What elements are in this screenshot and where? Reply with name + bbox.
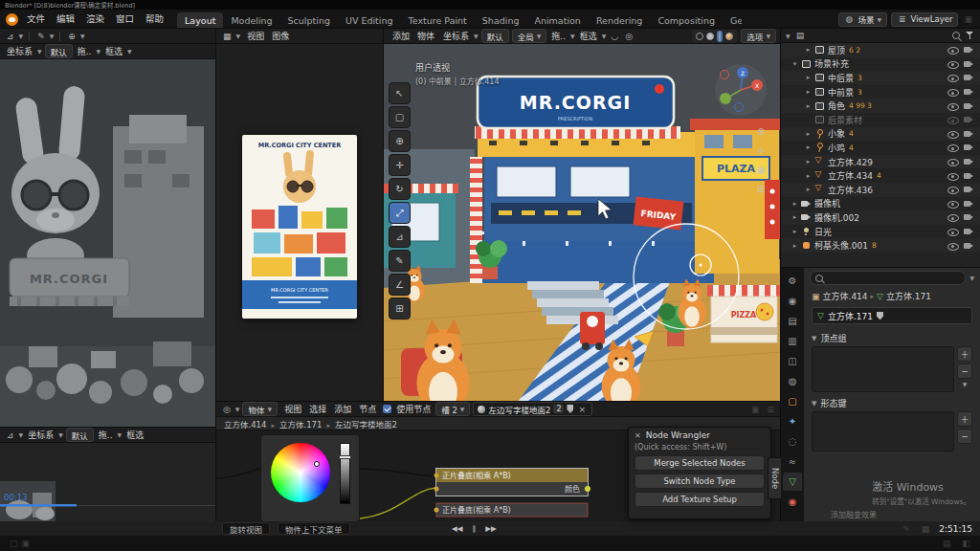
hide-viewport-eye-icon[interactable]	[947, 185, 959, 194]
expander-icon[interactable]: ▸	[791, 242, 799, 250]
node2-title[interactable]: 正片叠底(相乘 A*B)	[442, 505, 511, 515]
properties-tab-icon[interactable]: ◉	[783, 292, 802, 310]
outliner-row[interactable]: ▸ 摄像机	[781, 197, 980, 211]
menu-item[interactable]: 编辑	[51, 10, 80, 29]
viewport-nav-icon[interactable]: ▣	[757, 165, 766, 175]
menu-item[interactable]: 选择	[305, 402, 330, 417]
disable-render-camera-icon[interactable]	[964, 227, 975, 236]
properties-tab-icon[interactable]: ▽	[783, 473, 802, 491]
solid-shading-icon[interactable]	[706, 33, 714, 40]
mode-icon[interactable]: ✎	[35, 32, 47, 41]
properties-tab-icon[interactable]: ◌	[783, 432, 802, 451]
layers-icon[interactable]: ▤	[941, 539, 953, 548]
hide-viewport-eye-icon[interactable]	[947, 171, 959, 181]
rendered-shading-icon[interactable]	[725, 33, 733, 40]
workspace-tab[interactable]: Rendering	[589, 12, 651, 29]
add-button[interactable]: ＋	[957, 411, 972, 427]
expander-icon[interactable]: ▸	[791, 228, 799, 235]
breadcrumb-data[interactable]: 立方体.171	[886, 290, 931, 302]
clay-3d-scene[interactable]: MR.CORGI	[0, 59, 216, 428]
viewport-options[interactable]: 选项▼	[741, 29, 776, 43]
tool-button[interactable]: ⊞	[389, 298, 411, 320]
breadcrumb-object[interactable]: 立方体.414	[823, 290, 868, 302]
workspace-tab[interactable]: Animation	[526, 12, 588, 29]
disable-render-camera-icon[interactable]	[964, 212, 975, 222]
sidebar-tab-node[interactable]: Node	[768, 457, 781, 499]
select-mode-dropdown[interactable]: 框选	[103, 45, 124, 57]
outliner-row[interactable]: ▸ 立方体.429	[781, 155, 980, 169]
shader-type-dropdown[interactable]: 物体▼	[242, 402, 278, 416]
remove-button[interactable]: −	[957, 364, 972, 379]
tool-button[interactable]: ⊿	[389, 226, 411, 248]
editor-type-icon[interactable]: ▦	[221, 32, 234, 41]
annotate-pencil-icon[interactable]: ✎	[901, 524, 912, 534]
node-wrangler-button[interactable]: Add Texture Setup	[635, 492, 765, 507]
editor-type-icon[interactable]: ◎	[221, 405, 233, 414]
hsv-color-wheel[interactable]	[271, 443, 330, 502]
workspace-tab[interactable]: Texture Paint	[401, 12, 475, 29]
timeline-canvas[interactable]: 00:13	[0, 443, 216, 521]
expander-icon[interactable]: ▸	[804, 46, 813, 54]
hide-viewport-eye-icon[interactable]	[947, 241, 959, 251]
proportional-edit-icon[interactable]: ◎	[623, 32, 635, 41]
navigation-gizmo[interactable]: Z X	[714, 63, 768, 121]
outliner-row[interactable]: ▸ 屋顶 6 2	[781, 43, 980, 57]
close-icon[interactable]: ✕	[635, 431, 641, 440]
value-slider[interactable]	[340, 443, 350, 504]
outliner-row[interactable]: 后景素材	[781, 113, 980, 127]
expander-icon[interactable]: ▸	[791, 213, 799, 221]
outliner-row[interactable]: ▸ 小象 4	[781, 127, 980, 142]
snap-dropdown[interactable]: 拖..	[76, 45, 94, 57]
vertex-groups-list[interactable]	[812, 346, 954, 392]
split-icon[interactable]: ◧	[960, 539, 972, 548]
expander-icon[interactable]: ▸	[804, 143, 813, 151]
timeline-preview[interactable]	[0, 443, 216, 521]
orientation-value[interactable]: 默认	[45, 44, 73, 58]
workspace-tab[interactable]: Geometry Nodes	[723, 12, 742, 29]
viewport-left-canvas[interactable]: MR.CORGI	[0, 59, 216, 428]
expander-icon[interactable]: ▸	[804, 186, 813, 193]
playback-button[interactable]: ‖	[473, 524, 477, 533]
outliner-row[interactable]: ▸ 摄像机.002	[781, 210, 980, 225]
hide-viewport-eye-icon[interactable]	[947, 45, 959, 55]
tool-button[interactable]: ↖	[389, 82, 411, 104]
disable-render-camera-icon[interactable]	[964, 115, 975, 124]
disable-render-camera-icon[interactable]	[964, 241, 975, 251]
menu-item[interactable]: 视图	[280, 402, 305, 417]
window-buttons-icon[interactable]: ▣	[962, 14, 974, 24]
expander-icon[interactable]: ▸	[804, 172, 813, 180]
playback-button[interactable]: ▶▶	[485, 524, 497, 533]
disable-render-camera-icon[interactable]	[964, 87, 975, 97]
disable-render-camera-icon[interactable]	[964, 45, 975, 55]
properties-tab-icon[interactable]: ≈	[783, 452, 802, 471]
disable-render-camera-icon[interactable]	[964, 101, 975, 111]
snap-dropdown[interactable]: 拖..	[549, 30, 568, 42]
viewport-main-canvas[interactable]: FRIDAY MR.CORGI PRESCRIPTION PLAZA	[384, 44, 781, 402]
unlink-icon[interactable]: ×	[576, 405, 588, 414]
disable-render-camera-icon[interactable]	[964, 185, 975, 194]
node-wrangler-button[interactable]: Merge Selected Nodes	[635, 455, 765, 471]
properties-tab-icon[interactable]: ▢	[783, 392, 802, 410]
pin-icon[interactable]: ▣	[749, 405, 762, 414]
shape-keys-section-header[interactable]: ▼ 形态键	[804, 392, 980, 411]
node1-title[interactable]: 正片叠底(相乘 A*B)	[442, 471, 511, 480]
search-icon[interactable]	[952, 32, 960, 39]
outliner-row[interactable]: ▸ 小鸡 4	[781, 141, 980, 155]
chevron-down-icon[interactable]: ▼	[786, 33, 791, 39]
menu-item[interactable]: 添加	[389, 29, 413, 44]
orientation-label[interactable]: 坐标系	[5, 45, 34, 57]
hide-viewport-eye-icon[interactable]	[947, 129, 959, 139]
properties-tab-icon[interactable]: ▥	[783, 332, 802, 350]
tool-button[interactable]: ✎	[389, 250, 411, 272]
tool-button[interactable]: ⊕	[389, 130, 411, 152]
outliner-row[interactable]: ▾ 场景补充	[781, 57, 980, 72]
display-icon[interactable]: ▢	[8, 539, 20, 548]
hide-viewport-eye-icon[interactable]	[947, 212, 959, 222]
properties-tab-icon[interactable]: ⚙	[783, 272, 802, 290]
editor-type-icon[interactable]: ⊿	[5, 430, 16, 440]
disable-render-camera-icon[interactable]	[964, 143, 975, 152]
viewport-nav-icon[interactable]: ✛	[757, 145, 766, 156]
properties-tab-icon[interactable]: ◍	[783, 372, 802, 390]
workspace-tab[interactable]: Compositing	[650, 12, 723, 29]
expander-icon[interactable]: ▸	[804, 74, 813, 81]
